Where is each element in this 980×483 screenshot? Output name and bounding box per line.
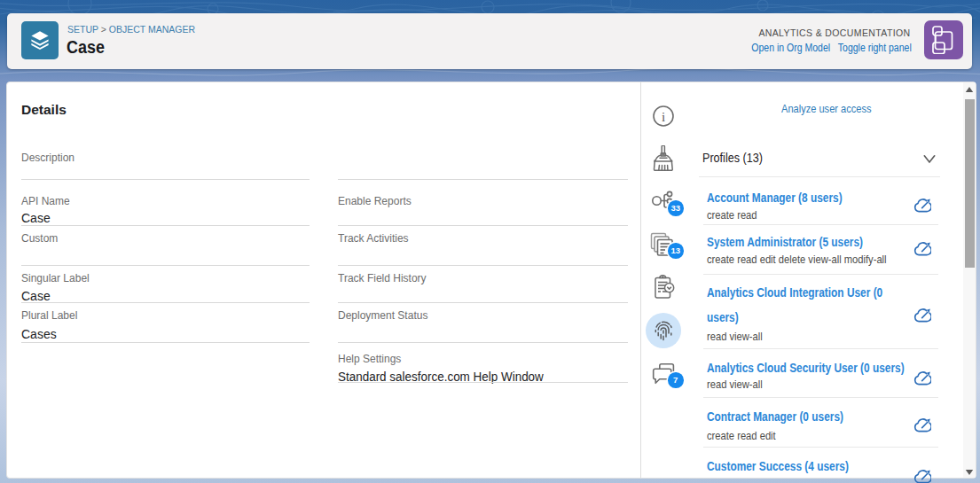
svg-text:i: i <box>662 110 665 124</box>
